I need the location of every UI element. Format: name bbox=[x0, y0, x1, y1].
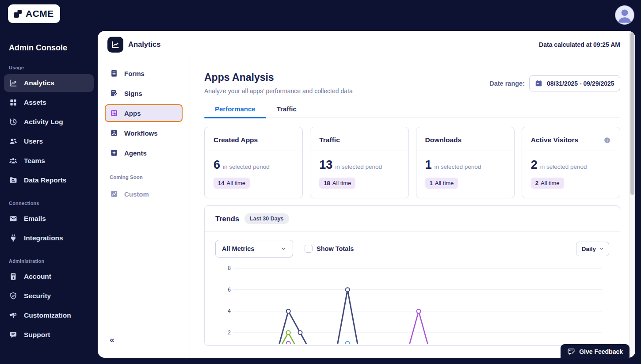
trends-line-chart: 2468 bbox=[215, 262, 604, 344]
subnav-item-apps[interactable]: Apps bbox=[105, 104, 183, 122]
subnav-item-custom[interactable]: Custom bbox=[105, 185, 183, 203]
svg-text:6: 6 bbox=[228, 287, 231, 293]
sidebar-item-emails[interactable]: Emails bbox=[4, 210, 94, 228]
calendar-icon bbox=[534, 79, 543, 87]
stat-card-traffic: Traffic 13in selected period 18All time bbox=[310, 127, 408, 198]
stat-card-downloads: Downloads 1in selected period 1All time bbox=[416, 127, 515, 198]
sidebar-item-teams[interactable]: Teams bbox=[4, 152, 94, 170]
sidebar-item-support[interactable]: Support bbox=[4, 326, 94, 344]
brand-name: ACME bbox=[26, 8, 54, 19]
subnav-item-agents[interactable]: Agents bbox=[105, 144, 183, 162]
coming-soon-label: Coming Soon bbox=[110, 174, 183, 180]
sidebar-item-customization[interactable]: Customization bbox=[4, 307, 94, 324]
stat-card-active-visitors: Active Visitors 2in selected period 2All… bbox=[522, 127, 620, 198]
sidebar-item-security[interactable]: Security bbox=[4, 287, 94, 305]
give-feedback-button[interactable]: Give Feedback bbox=[561, 344, 630, 359]
all-time-badge: 1All time bbox=[425, 178, 458, 189]
svg-text:8: 8 bbox=[228, 265, 231, 271]
feedback-label: Give Feedback bbox=[579, 348, 623, 355]
all-time-badge: 2All time bbox=[531, 178, 564, 189]
chevron-down-icon bbox=[280, 246, 286, 252]
sidebar-item-integrations[interactable]: Integrations bbox=[4, 229, 94, 247]
folder-search-icon bbox=[9, 176, 18, 185]
section-label-administration: Administration bbox=[9, 258, 89, 264]
paint-roller-icon bbox=[9, 311, 18, 320]
acme-logo[interactable]: ACME bbox=[8, 4, 60, 23]
date-range-label: Date range: bbox=[489, 80, 525, 87]
date-range-input[interactable]: 08/31/2025 - 09/29/2025 bbox=[529, 75, 620, 91]
trends-title: Trends bbox=[215, 215, 239, 223]
trends-card: Trends Last 30 Days All Metrics Show Tot… bbox=[204, 205, 620, 346]
analysis-tabs: Performance Traffic bbox=[204, 105, 620, 118]
svg-text:4: 4 bbox=[228, 308, 231, 314]
app-grid-plus-icon bbox=[110, 109, 118, 118]
sidebar-item-analytics[interactable]: Analytics bbox=[4, 74, 94, 92]
collapse-sidebar-button[interactable]: « bbox=[105, 335, 183, 345]
analytics-app-icon bbox=[107, 37, 123, 53]
custom-chart-icon bbox=[110, 190, 118, 198]
stat-value: 6 bbox=[214, 158, 220, 171]
all-time-badge: 14All time bbox=[214, 178, 250, 189]
workflow-icon bbox=[110, 129, 118, 137]
sidebar-title: Admin Console bbox=[9, 43, 89, 53]
acme-logo-icon bbox=[12, 8, 23, 19]
data-calculated-status: Data calculated at 09:25 AM bbox=[539, 41, 620, 48]
section-label-connections: Connections bbox=[9, 201, 89, 206]
tab-traffic[interactable]: Traffic bbox=[266, 105, 307, 118]
user-avatar[interactable] bbox=[615, 5, 634, 25]
info-icon[interactable] bbox=[603, 136, 611, 144]
svg-text:$: $ bbox=[13, 276, 15, 280]
section-label-usage: Usage bbox=[9, 65, 89, 70]
shield-check-icon bbox=[9, 292, 18, 300]
interval-select[interactable]: Daily bbox=[576, 242, 609, 256]
people-group-icon bbox=[9, 156, 18, 165]
blocks-icon bbox=[9, 98, 18, 107]
sidebar-item-users[interactable]: Users bbox=[4, 133, 94, 150]
all-time-badge: 18All time bbox=[319, 178, 355, 189]
feedback-chat-icon bbox=[567, 348, 575, 356]
trends-period-badge: Last 30 Days bbox=[244, 213, 289, 224]
sparkle-icon bbox=[110, 148, 118, 157]
document-lines-icon bbox=[110, 69, 118, 78]
metrics-select[interactable]: All Metrics bbox=[215, 240, 293, 258]
show-totals-label: Show Totals bbox=[317, 245, 354, 252]
stat-value: 13 bbox=[319, 158, 332, 171]
subnav-item-workflows[interactable]: Workflows bbox=[105, 124, 183, 142]
invoice-icon: $ bbox=[9, 272, 18, 281]
person-icon bbox=[615, 6, 634, 24]
plug-icon bbox=[9, 234, 18, 243]
subnav-item-forms[interactable]: Forms bbox=[105, 64, 183, 82]
stat-value: 2 bbox=[531, 158, 538, 171]
admin-console-app: { "brand": { "logo_text": "ACME" }, "top… bbox=[0, 0, 641, 364]
apps-analysis-content: Apps Analysis Analyze your all apps’ per… bbox=[190, 58, 635, 358]
chart-line-icon bbox=[9, 79, 18, 87]
stat-value: 1 bbox=[425, 158, 432, 171]
chevron-down-icon bbox=[599, 246, 604, 251]
sidebar-item-assets[interactable]: Assets bbox=[4, 94, 94, 111]
primary-sidebar: Admin Console Usage Analytics Assets Act… bbox=[0, 23, 98, 364]
analytics-header: Analytics Data calculated at 09:25 AM bbox=[98, 31, 635, 58]
document-pen-icon bbox=[110, 89, 118, 98]
analytics-subnav: Forms Signs Apps Workflows Agents Coming… bbox=[98, 58, 190, 358]
show-totals-control[interactable]: Show Totals bbox=[305, 245, 354, 253]
page-title: Apps Analysis bbox=[204, 72, 353, 83]
sidebar-item-data-reports[interactable]: Data Reports bbox=[4, 171, 94, 189]
chat-bubble-icon bbox=[9, 330, 18, 339]
trends-chart-area: 2468 bbox=[205, 258, 620, 345]
show-totals-checkbox[interactable] bbox=[305, 245, 313, 253]
panel-title: Analytics bbox=[128, 40, 160, 49]
sidebar-item-activity-log[interactable]: Activity Log bbox=[4, 113, 94, 131]
vertical-scrollbar[interactable] bbox=[629, 31, 635, 358]
user-icon bbox=[9, 137, 18, 146]
clock-history-icon bbox=[9, 118, 18, 126]
sidebar-item-account[interactable]: $ Account bbox=[4, 268, 94, 285]
subnav-item-signs[interactable]: Signs bbox=[105, 84, 183, 102]
tab-performance[interactable]: Performance bbox=[204, 105, 266, 118]
page-subtitle: Analyze your all apps’ performance and c… bbox=[204, 87, 353, 95]
stat-cards: Created Apps 6in selected period 14All t… bbox=[204, 127, 620, 198]
main-panel: Analytics Data calculated at 09:25 AM Fo… bbox=[98, 31, 635, 358]
scrollbar-thumb[interactable] bbox=[630, 32, 634, 195]
date-range-value: 08/31/2025 - 09/29/2025 bbox=[547, 80, 614, 87]
svg-text:2: 2 bbox=[228, 330, 231, 336]
envelope-icon bbox=[9, 214, 18, 223]
